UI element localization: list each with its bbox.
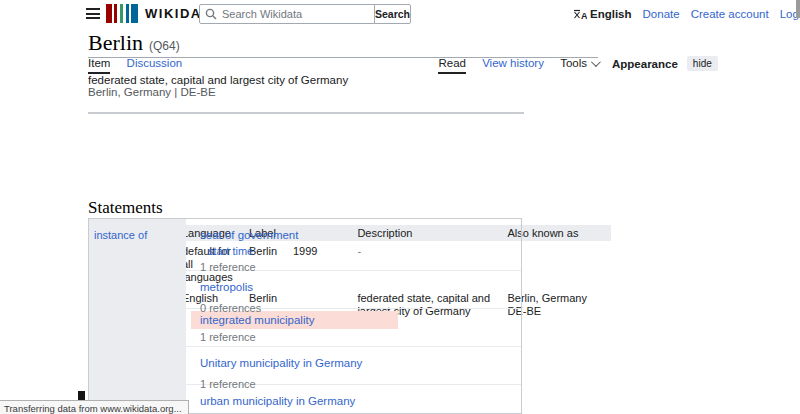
- claim-value-link[interactable]: urban municipality in Germany: [200, 395, 355, 407]
- property-link-instance-of[interactable]: instance of: [94, 229, 147, 241]
- claim-integrated-municipality-highlighted: integrated municipality 1 reference: [186, 309, 521, 347]
- claim-value-link[interactable]: integrated municipality: [200, 314, 314, 326]
- top-header: WIKIDATA Search A English Donat: [0, 0, 800, 28]
- entity-aliases: Berlin, Germany | DE-BE: [88, 86, 216, 98]
- tab-tools[interactable]: Tools: [560, 57, 598, 72]
- tab-discussion[interactable]: Discussion: [127, 57, 183, 72]
- appearance-panel: Appearance hide: [612, 56, 718, 71]
- scrollbar-thumb[interactable]: [796, 0, 800, 18]
- entity-id: (Q64): [149, 39, 180, 53]
- claim-seat-of-government: seat of government start time 1999 1 ref…: [186, 219, 521, 271]
- language-icon: A: [573, 9, 587, 20]
- qualifier-value: 1999: [293, 246, 317, 257]
- claim-unitary-municipality: Unitary municipality in Germany 1 refere…: [186, 347, 521, 385]
- svg-text:A: A: [581, 11, 587, 20]
- claim-metropolis: metropolis 0 references: [186, 271, 521, 309]
- chevron-down-icon: [591, 57, 601, 67]
- claim-value-link[interactable]: metropolis: [200, 281, 253, 293]
- qualifier-property-link[interactable]: start time: [208, 246, 293, 257]
- claim-value-link[interactable]: seat of government: [200, 229, 298, 241]
- wikidata-barcode-icon: [106, 4, 138, 23]
- references-toggle[interactable]: 1 reference: [200, 332, 521, 343]
- qualifier-row: start time 1999: [208, 246, 521, 257]
- appearance-hide-button[interactable]: hide: [687, 56, 718, 71]
- language-selector[interactable]: A English: [573, 8, 632, 20]
- tab-read[interactable]: Read: [438, 57, 466, 74]
- statement-group: instance of seat of government start tim…: [88, 218, 522, 414]
- search-input[interactable]: [199, 4, 375, 24]
- wikidata-page: WIKIDATA Search A English Donat: [0, 0, 800, 414]
- search-button[interactable]: Search: [374, 4, 411, 24]
- language-label: English: [590, 8, 632, 20]
- alias-line: DE-BE: [507, 305, 606, 318]
- statements-heading: Statements: [88, 198, 163, 218]
- tab-view-history[interactable]: View history: [482, 57, 544, 72]
- create-account-link[interactable]: Create account: [691, 8, 769, 20]
- tab-bar: Item Discussion Read View history Tools: [88, 57, 598, 71]
- appearance-label: Appearance: [612, 58, 678, 70]
- claims-list: seat of government start time 1999 1 ref…: [186, 219, 521, 414]
- property-cell: instance of: [89, 219, 186, 413]
- page-title: Berlin: [88, 30, 143, 55]
- alias-line: Berlin, Germany: [507, 292, 606, 305]
- tab-item[interactable]: Item: [88, 57, 110, 74]
- user-links: A English Donate Create account Log in: [573, 8, 800, 20]
- search-icon: [205, 8, 217, 20]
- donate-link[interactable]: Donate: [643, 8, 680, 20]
- entity-description: federated state, capital and largest cit…: [88, 74, 348, 86]
- highlight-bar: integrated municipality: [191, 311, 398, 329]
- search-bar: Search: [199, 4, 411, 24]
- claim-value-link[interactable]: Unitary municipality in Germany: [200, 357, 362, 369]
- hamburger-menu-icon[interactable]: [86, 8, 100, 19]
- terms-table: Language Label Description Also known as…: [88, 112, 524, 114]
- browser-status-bar: Transferring data from www.wikidata.org.…: [0, 400, 189, 414]
- title-bar: Berlin(Q64): [88, 32, 598, 58]
